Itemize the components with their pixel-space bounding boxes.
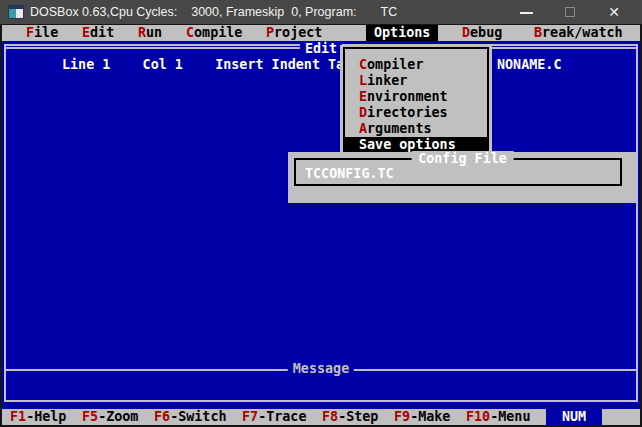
window-title: DOSBox 0.63,Cpu Cycles: 3000, Frameskip … — [30, 0, 397, 24]
fkey-f6-switch[interactable]: F6-Switch — [154, 409, 227, 425]
fkey-f8-step[interactable]: F8-Step — [322, 409, 378, 425]
num-lock-indicator: NUM — [546, 409, 602, 425]
close-button[interactable]: ✕ — [601, 0, 627, 24]
dosbox-window: DOSBox 0.63,Cpu Cycles: 3000, Frameskip … — [0, 0, 642, 427]
editor-status-line: Line 1 Col 1 Insert Indent Ta — [62, 57, 344, 73]
message-area — [6, 377, 636, 400]
config-file-input[interactable]: TCCONFIG.TC — [305, 166, 394, 182]
menu-item-file[interactable]: File — [26, 25, 58, 41]
menu-item-options[interactable]: Options — [366, 25, 438, 41]
editor-filename: NONAME.C — [497, 57, 562, 73]
menu-item-debug[interactable]: Debug — [462, 25, 502, 41]
screen-edge-left — [0, 24, 2, 427]
dos-screen: File Edit Run Compile Project Options De… — [0, 24, 642, 427]
menu-item-compile[interactable]: Compile — [186, 25, 242, 41]
options-menu-item-directories[interactable]: Directories — [345, 105, 487, 121]
edit-window-border-left — [4, 44, 6, 402]
options-menu-item-arguments[interactable]: Arguments — [345, 121, 487, 137]
menu-item-run[interactable]: Run — [138, 25, 162, 41]
fkey-f7-trace[interactable]: F7-Trace — [242, 409, 307, 425]
edit-window-border-right — [636, 44, 638, 402]
fkey-f1-help[interactable]: F1-Help — [10, 409, 66, 425]
fkey-f5-zoom[interactable]: F5-Zoom — [82, 409, 138, 425]
maximize-button[interactable] — [558, 0, 582, 24]
screen-edge-top — [0, 24, 642, 25]
function-key-bar: F1-Help F5-Zoom F6-Switch F7-Trace F8-St… — [2, 409, 640, 425]
menu-item-project[interactable]: Project — [266, 25, 322, 41]
dosbox-icon — [8, 5, 24, 19]
edit-area[interactable] — [6, 73, 636, 369]
fkey-f10-menu[interactable]: F10-Menu — [466, 409, 531, 425]
config-file-dialog: Config File TCCONFIG.TC — [288, 152, 637, 203]
edit-window-title: Edit — [300, 41, 342, 57]
message-window-title: Message — [288, 361, 354, 377]
window-titlebar: DOSBox 0.63,Cpu Cycles: 3000, Frameskip … — [0, 0, 642, 24]
menu-bar: File Edit Run Compile Project Options De… — [2, 25, 640, 41]
minimize-button[interactable] — [514, 0, 538, 24]
config-dialog-title: Config File — [411, 151, 514, 167]
fkey-f9-make[interactable]: F9-Make — [394, 409, 450, 425]
options-menu-item-linker[interactable]: Linker — [345, 73, 487, 89]
menu-item-breakwatch[interactable]: Break/watch — [534, 25, 623, 41]
options-menu-item-compiler[interactable]: Compiler — [345, 57, 487, 73]
message-window-border-bottom — [4, 400, 638, 402]
menu-item-edit[interactable]: Edit — [82, 25, 114, 41]
options-menu-item-environment[interactable]: Environment — [345, 89, 487, 105]
